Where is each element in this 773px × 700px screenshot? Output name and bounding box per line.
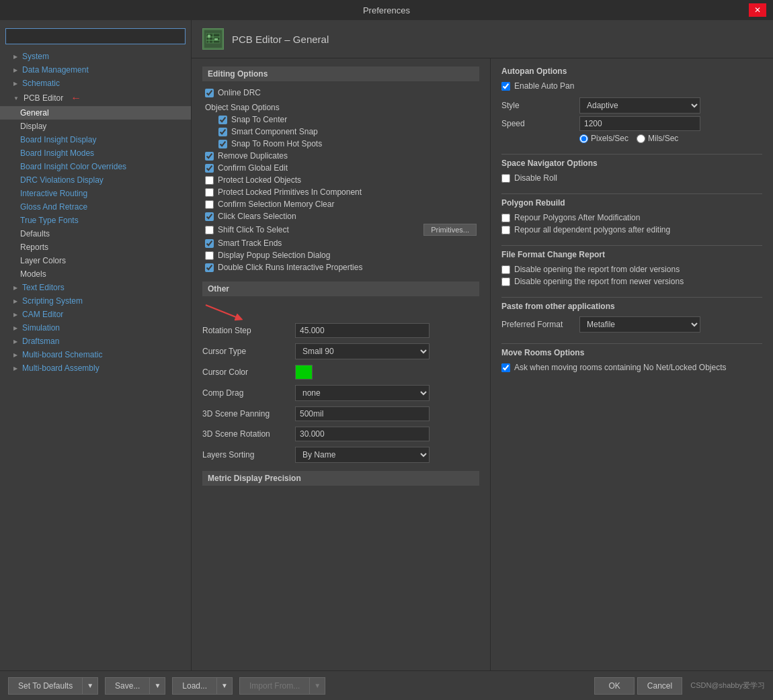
- protect-locked-objects-checkbox[interactable]: [205, 176, 214, 185]
- sidebar-item-layer-colors[interactable]: Layer Colors: [0, 254, 191, 267]
- cursor-type-select[interactable]: Small 90 Large 90 Small 45: [295, 343, 430, 359]
- sidebar-item-text-editors[interactable]: ▶ Text Editors: [0, 281, 191, 294]
- sidebar-label: General: [20, 108, 49, 118]
- remove-duplicates-checkbox[interactable]: [205, 152, 214, 161]
- sidebar-item-defaults[interactable]: Defaults: [0, 227, 191, 240]
- primitives-button[interactable]: Primitives...: [423, 224, 477, 236]
- pixels-sec-radio[interactable]: [579, 134, 588, 143]
- smart-component-snap-checkbox[interactable]: [218, 128, 227, 136]
- set-to-defaults-arrow-button[interactable]: ▼: [83, 677, 98, 695]
- sidebar-item-true-type-fonts[interactable]: True Type Fonts: [0, 214, 191, 227]
- enable-auto-pan-label: Enable Auto Pan: [514, 81, 574, 91]
- double-click-checkbox[interactable]: [205, 263, 214, 272]
- object-snap-label: Object Snap Options: [205, 103, 477, 112]
- paste-from-other-title: Paste from other applications: [501, 302, 762, 311]
- cancel-button[interactable]: Cancel: [637, 677, 682, 695]
- content-columns: Editing Options Online DRC Object Snap O…: [192, 58, 773, 670]
- pixels-sec-radio-label[interactable]: Pixels/Sec: [579, 134, 628, 143]
- file-format-title: File Format Change Report: [501, 250, 762, 259]
- load-arrow-button[interactable]: ▼: [217, 677, 233, 695]
- disable-roll-row: Disable Roll: [501, 172, 762, 184]
- sidebar-label: Scripting System: [22, 296, 83, 306]
- snap-to-center-checkbox[interactable]: [218, 116, 227, 124]
- right-panel: Autopan Options Enable Auto Pan Style Ad…: [491, 58, 773, 670]
- paste-from-other-section: Paste from other applications Preferred …: [501, 302, 762, 334]
- sidebar-item-multi-board-schematic[interactable]: ▶ Multi-board Schematic: [0, 348, 191, 361]
- sidebar-item-gloss-and-retrace[interactable]: Gloss And Retrace: [0, 200, 191, 214]
- disable-roll-checkbox[interactable]: [501, 174, 510, 183]
- load-button[interactable]: Load...: [172, 677, 217, 695]
- save-group: Save... ▼: [105, 677, 165, 695]
- mils-sec-radio-label[interactable]: Mils/Sec: [637, 134, 678, 143]
- sidebar-item-board-insight-display[interactable]: Board Insight Display: [0, 133, 191, 146]
- repour-dependent-checkbox[interactable]: [501, 226, 510, 234]
- display-popup-selection-checkbox[interactable]: [205, 251, 214, 260]
- snap-to-room-checkbox[interactable]: [218, 140, 227, 148]
- cursor-color-label: Cursor Color: [202, 367, 290, 377]
- sidebar-item-general[interactable]: General: [0, 106, 191, 120]
- sidebar-item-board-insight-modes[interactable]: Board Insight Modes: [0, 146, 191, 160]
- confirm-global-edit-checkbox[interactable]: [205, 164, 214, 173]
- scene-rotation-input[interactable]: [295, 427, 430, 441]
- sidebar-item-models[interactable]: Models: [0, 267, 191, 281]
- sidebar-item-schematic[interactable]: ▶ Schematic: [0, 77, 191, 90]
- cursor-color-picker[interactable]: [295, 365, 313, 380]
- sidebar-label: PCB Editor: [24, 93, 63, 103]
- comp-drag-select[interactable]: none Connected Tracks: [295, 385, 430, 401]
- snap-to-room-label: Snap To Room Hot Spots: [231, 139, 322, 148]
- save-arrow-button[interactable]: ▼: [150, 677, 165, 695]
- disable-older-checkbox[interactable]: [501, 265, 510, 274]
- sidebar-label: System: [22, 52, 49, 61]
- sidebar-item-simulation[interactable]: ▶ Simulation: [0, 321, 191, 335]
- enable-auto-pan-checkbox[interactable]: [501, 82, 510, 91]
- sidebar-item-board-insight-color-overrides[interactable]: Board Insight Color Overrides: [0, 160, 191, 173]
- preferred-format-select[interactable]: Metafile Bitmap Text: [579, 316, 700, 333]
- sidebar-item-drc-violations-display[interactable]: DRC Violations Display: [0, 173, 191, 187]
- smart-track-ends-checkbox[interactable]: [205, 239, 214, 248]
- repour-after-modification-checkbox[interactable]: [501, 214, 510, 222]
- click-clears-selection-checkbox[interactable]: [205, 212, 214, 221]
- sidebar-item-multi-board-assembly[interactable]: ▶ Multi-board Assembly: [0, 361, 191, 375]
- autopan-style-select[interactable]: Adaptive Fixed Ballistic: [579, 97, 700, 114]
- ask-when-moving-checkbox[interactable]: [501, 363, 510, 372]
- file-format-section: File Format Change Report Disable openin…: [501, 250, 762, 288]
- set-to-defaults-group: Set To Defaults ▼: [8, 677, 98, 695]
- rotation-step-input[interactable]: [295, 323, 430, 338]
- sidebar-item-system[interactable]: ▶ System: [0, 50, 191, 63]
- ok-button[interactable]: OK: [594, 677, 634, 695]
- confirm-selection-memory-checkbox[interactable]: [205, 200, 214, 209]
- close-button[interactable]: ✕: [749, 3, 766, 17]
- arrow-icon: ▶: [13, 67, 17, 73]
- pixels-sec-label: Pixels/Sec: [591, 134, 628, 143]
- shift-click-checkbox[interactable]: [205, 226, 214, 234]
- window-title: Preferences: [24, 5, 749, 15]
- sidebar-item-draftsman[interactable]: ▶ Draftsman: [0, 335, 191, 348]
- speed-label: Speed: [501, 119, 575, 128]
- import-from-arrow-button[interactable]: ▼: [310, 677, 325, 695]
- sidebar-item-reports[interactable]: Reports: [0, 240, 191, 254]
- arrow-icon: ▶: [13, 81, 17, 87]
- sidebar-label: Defaults: [20, 229, 50, 238]
- sidebar-item-data-management[interactable]: ▶ Data Management: [0, 63, 191, 77]
- scene-panning-input[interactable]: [295, 406, 430, 421]
- layers-sorting-select[interactable]: By Name By Layer Stack: [295, 447, 430, 463]
- speed-input[interactable]: [579, 116, 700, 131]
- sidebar-item-scripting-system[interactable]: ▶ Scripting System: [0, 294, 191, 308]
- display-popup-selection-label: Display Popup Selection Dialog: [218, 251, 330, 260]
- scene-panning-label: 3D Scene Panning: [202, 409, 290, 419]
- online-drc-checkbox[interactable]: [205, 89, 214, 97]
- sidebar-item-pcb-editor[interactable]: ▼ PCB Editor ←: [0, 90, 191, 106]
- sidebar-label: Text Editors: [22, 283, 65, 292]
- protect-locked-primitives-checkbox[interactable]: [205, 188, 214, 197]
- import-from-button[interactable]: Import From...: [239, 677, 310, 695]
- search-input[interactable]: [5, 28, 186, 44]
- polygon-rebuild-section: Polygon Rebuild Repour Polygons After Mo…: [501, 198, 762, 236]
- set-to-defaults-button[interactable]: Set To Defaults: [8, 677, 83, 695]
- sidebar-item-display[interactable]: Display: [0, 120, 191, 133]
- confirm-selection-memory-label: Confirm Selection Memory Clear: [218, 200, 334, 209]
- save-button[interactable]: Save...: [105, 677, 150, 695]
- mils-sec-radio[interactable]: [637, 134, 645, 143]
- sidebar-item-cam-editor[interactable]: ▶ CAM Editor: [0, 308, 191, 321]
- sidebar-item-interactive-routing[interactable]: Interactive Routing: [0, 187, 191, 200]
- disable-newer-checkbox[interactable]: [501, 277, 510, 286]
